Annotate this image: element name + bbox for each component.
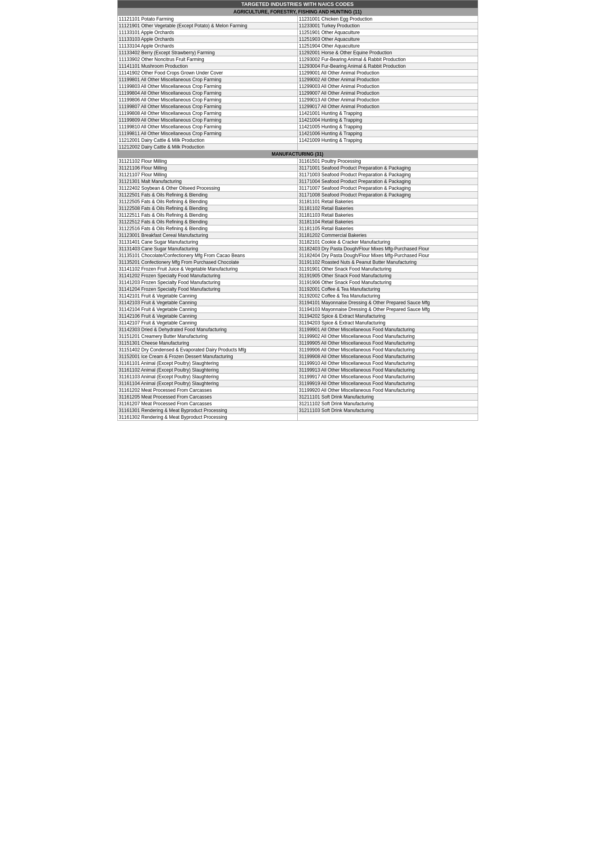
left-cell: 31141102 Frozen Fruit Juice & Vegetable … bbox=[117, 266, 298, 273]
right-cell bbox=[298, 144, 478, 151]
table-row: 31122508 Fats & Oils Refining & Blending… bbox=[117, 205, 478, 212]
table-row: 31141203 Frozen Specialty Food Manufactu… bbox=[117, 279, 478, 286]
left-cell: 11199809 All Other Miscellaneous Crop Fa… bbox=[117, 117, 298, 124]
table-row: 31135101 Chocolate/Confectionery Mfg Fro… bbox=[117, 252, 478, 259]
left-cell: 11133902 Other Noncitrus Fruit Farming bbox=[117, 56, 298, 63]
right-cell: 31171008 Seafood Product Preparation & P… bbox=[298, 192, 478, 198]
table-row: 11199810 All Other Miscellaneous Crop Fa… bbox=[117, 124, 478, 130]
right-cell: 11251903 Other Aquaculture bbox=[298, 36, 478, 43]
left-cell: 31121106 Flour Milling bbox=[117, 165, 298, 172]
right-cell: 31199910 All Other Miscellaneous Food Ma… bbox=[298, 360, 478, 367]
right-cell: 31211101 Soft Drink Manufacturing bbox=[298, 394, 478, 401]
table-row: 31161302 Rendering & Meat Byproduct Proc… bbox=[117, 414, 478, 421]
right-cell: 31191102 Roasted Nuts & Peanut Butter Ma… bbox=[298, 259, 478, 266]
right-cell: 31181103 Retail Bakeries bbox=[298, 212, 478, 219]
right-cell: 31199901 All Other Miscellaneous Food Ma… bbox=[298, 326, 478, 333]
right-cell: 31194203 Spice & Extract Manufacturing bbox=[298, 320, 478, 326]
table-row: 11212002 Dairy Cattle & Milk Production bbox=[117, 144, 478, 151]
table-row: 31142107 Fruit & Vegetable Canning311942… bbox=[117, 320, 478, 326]
left-cell: 31122512 Fats & Oils Refining & Blending bbox=[117, 219, 298, 225]
table-row: 31161101 Animal (Except Poultry) Slaught… bbox=[117, 360, 478, 367]
table-row: 31161103 Animal (Except Poultry) Slaught… bbox=[117, 374, 478, 380]
table-row: 31161102 Animal (Except Poultry) Slaught… bbox=[117, 367, 478, 374]
right-cell: 11233001 Turkey Production bbox=[298, 23, 478, 29]
right-cell: 11299001 All Other Animal Production bbox=[298, 70, 478, 76]
table-row: 31135201 Confectionery Mfg From Purchase… bbox=[117, 259, 478, 266]
left-cell: 31142106 Fruit & Vegetable Canning bbox=[117, 313, 298, 320]
table-row: 31161104 Animal (Except Poultry) Slaught… bbox=[117, 380, 478, 387]
right-cell: 31191905 Other Snack Food Manufacturing bbox=[298, 273, 478, 279]
right-cell: 11299003 All Other Animal Production bbox=[298, 83, 478, 90]
left-cell: 11199803 All Other Miscellaneous Crop Fa… bbox=[117, 83, 298, 90]
table-row: 11141101 Mushroom Production11293004 Fur… bbox=[117, 63, 478, 70]
right-cell: 31161501 Poultry Processing bbox=[298, 158, 478, 165]
table-row: 31122512 Fats & Oils Refining & Blending… bbox=[117, 219, 478, 225]
right-cell: 31182404 Dry Pasta Dough/Flour Mixes Mfg… bbox=[298, 252, 478, 259]
table-row: 11199806 All Other Miscellaneous Crop Fa… bbox=[117, 97, 478, 103]
right-cell: 31191906 Other Snack Food Manufacturing bbox=[298, 279, 478, 286]
left-cell: 31121107 Flour Milling bbox=[117, 172, 298, 178]
left-cell: 31161205 Meat Processed From Carcasses bbox=[117, 394, 298, 401]
table-row: 11133402 Berry (Except Strawberry) Farmi… bbox=[117, 50, 478, 56]
table-row: 31121107 Flour Milling31171003 Seafood P… bbox=[117, 172, 478, 178]
left-cell: 31142107 Fruit & Vegetable Canning bbox=[117, 320, 298, 326]
table-row: 31151402 Dry Condensed & Evaporated Dair… bbox=[117, 347, 478, 353]
table-row: 31123001 Breakfast Cereal Manufacturing3… bbox=[117, 232, 478, 239]
left-cell: 31141204 Frozen Specialty Food Manufactu… bbox=[117, 286, 298, 293]
right-cell: 11251904 Other Aquaculture bbox=[298, 43, 478, 50]
left-cell: 31131401 Cane Sugar Manufacturing bbox=[117, 239, 298, 246]
right-cell: 31199920 All Other Miscellaneous Food Ma… bbox=[298, 387, 478, 394]
table-row: 11121101 Potato Farming11231001 Chicken … bbox=[117, 16, 478, 23]
table-row: 31142303 Dried & Dehydrated Food Manufac… bbox=[117, 326, 478, 333]
right-cell: 31211102 Soft Drink Manufacturing bbox=[298, 401, 478, 407]
right-cell: 11299007 All Other Animal Production bbox=[298, 90, 478, 97]
table-row: 31142103 Fruit & Vegetable Canning311941… bbox=[117, 300, 478, 306]
left-cell: 31142303 Dried & Dehydrated Food Manufac… bbox=[117, 326, 298, 333]
left-cell: 31151402 Dry Condensed & Evaporated Dair… bbox=[117, 347, 298, 353]
right-cell: 31199919 All Other Miscellaneous Food Ma… bbox=[298, 380, 478, 387]
table-row: 31142106 Fruit & Vegetable Canning311942… bbox=[117, 313, 478, 320]
table-row: 31161205 Meat Processed From Carcasses31… bbox=[117, 394, 478, 401]
right-cell: 31192001 Coffee & Tea Manufacturing bbox=[298, 286, 478, 293]
table-row: 11199811 All Other Miscellaneous Crop Fa… bbox=[117, 130, 478, 137]
table-row: 11199808 All Other Miscellaneous Crop Fa… bbox=[117, 110, 478, 117]
left-cell: 31161302 Rendering & Meat Byproduct Proc… bbox=[117, 414, 298, 421]
left-cell: 31122508 Fats & Oils Refining & Blending bbox=[117, 205, 298, 212]
left-cell: 11199810 All Other Miscellaneous Crop Fa… bbox=[117, 124, 298, 130]
table-row: 11212001 Dairy Cattle & Milk Production1… bbox=[117, 137, 478, 144]
table-row: 31121102 Flour Milling31161501 Poultry P… bbox=[117, 158, 478, 165]
left-cell: 11141101 Mushroom Production bbox=[117, 63, 298, 70]
table-row: 11199804 All Other Miscellaneous Crop Fa… bbox=[117, 90, 478, 97]
table-row: 11199801 All Other Miscellaneous Crop Fa… bbox=[117, 76, 478, 83]
right-cell: 11421006 Hunting & Trapping bbox=[298, 130, 478, 137]
left-cell: 11121901 Other Vegetable (Except Potato)… bbox=[117, 23, 298, 29]
right-cell: 11292001 Horse & Other Equine Production bbox=[298, 50, 478, 56]
right-cell: 11293004 Fur-Bearing Animal & Rabbit Pro… bbox=[298, 63, 478, 70]
table-row: 31122511 Fats & Oils Refining & Blending… bbox=[117, 212, 478, 219]
right-cell: 11299017 All Other Animal Production bbox=[298, 103, 478, 110]
left-cell: 11133402 Berry (Except Strawberry) Farmi… bbox=[117, 50, 298, 56]
left-cell: 31135101 Chocolate/Confectionery Mfg Fro… bbox=[117, 252, 298, 259]
left-cell: 11133103 Apple Orchards bbox=[117, 36, 298, 43]
left-cell: 11199804 All Other Miscellaneous Crop Fa… bbox=[117, 90, 298, 97]
table-row: 11141902 Other Food Crops Grown Under Co… bbox=[117, 70, 478, 76]
right-cell: 31181202 Commercial Bakeries bbox=[298, 232, 478, 239]
table-row: 31161207 Meat Processed From Carcasses31… bbox=[117, 401, 478, 407]
table-row: 31122516 Fats & Oils Refining & Blending… bbox=[117, 225, 478, 232]
left-cell: 31142103 Fruit & Vegetable Canning bbox=[117, 300, 298, 306]
right-cell: 11299002 All Other Animal Production bbox=[298, 76, 478, 83]
right-cell: 31194202 Spice & Extract Manufacturing bbox=[298, 313, 478, 320]
right-cell: 11299013 All Other Animal Production bbox=[298, 97, 478, 103]
left-cell: 31122516 Fats & Oils Refining & Blending bbox=[117, 225, 298, 232]
left-cell: 11133104 Apple Orchards bbox=[117, 43, 298, 50]
right-cell bbox=[298, 414, 478, 421]
table-row: 11199809 All Other Miscellaneous Crop Fa… bbox=[117, 117, 478, 124]
right-cell: 11293002 Fur-Bearing Animal & Rabbit Pro… bbox=[298, 56, 478, 63]
right-cell: 11421009 Hunting & Trapping bbox=[298, 137, 478, 144]
left-cell: 31151301 Cheese Manufacturing bbox=[117, 340, 298, 347]
left-cell: 31161104 Animal (Except Poultry) Slaught… bbox=[117, 380, 298, 387]
right-cell: 31171004 Seafood Product Preparation & P… bbox=[298, 178, 478, 185]
left-cell: 11199807 All Other Miscellaneous Crop Fa… bbox=[117, 103, 298, 110]
main-title: TARGETED INDUSTRIES WITH NAICS CODES bbox=[117, 0, 478, 8]
left-cell: 31161102 Animal (Except Poultry) Slaught… bbox=[117, 367, 298, 374]
